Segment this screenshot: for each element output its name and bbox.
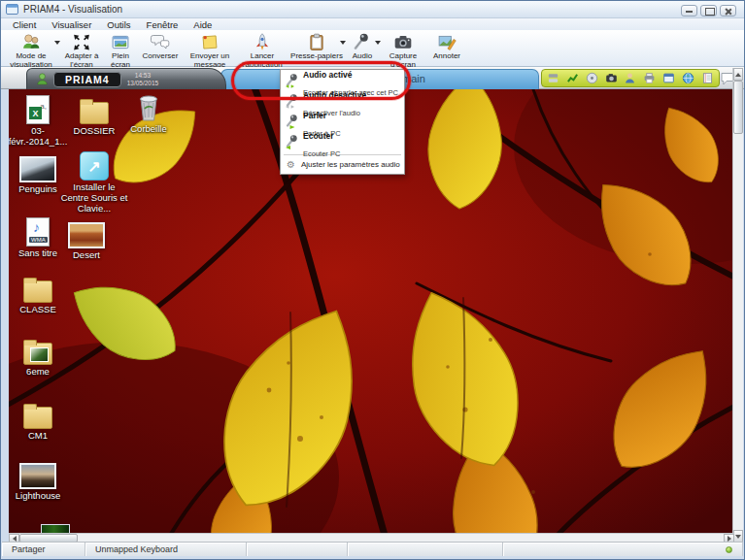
menu-aide[interactable]: Aide: [186, 19, 220, 30]
user-icon[interactable]: [624, 72, 637, 85]
banner-text: main: [402, 73, 425, 84]
audio-button[interactable]: Audio: [345, 31, 380, 61]
user-icon: [37, 73, 48, 85]
notes-icon[interactable]: [700, 72, 714, 85]
globe-icon[interactable]: [681, 72, 694, 85]
minimize-button[interactable]: [681, 5, 697, 16]
app-window: PRIAM4 - Visualisation Client Visualiser…: [0, 0, 745, 560]
recycle-bin-icon: [137, 91, 160, 122]
launch-app-icon: [252, 32, 273, 52]
vertical-scrollbar[interactable]: [732, 68, 743, 543]
microphone-duplex-icon: [285, 73, 299, 89]
vertical-scroll-thumb[interactable]: [733, 81, 743, 134]
desktop-icon-lighthouse[interactable]: Lighthouse: [9, 456, 69, 502]
status-keyboard: Unmapped Keyboard: [85, 543, 247, 556]
fullscreen-icon: [110, 32, 131, 52]
fit-screen-button[interactable]: Adapter à l'écran: [59, 31, 104, 70]
status-partager: Partager: [2, 543, 85, 556]
toolbar-label: Presse-papiers: [290, 52, 343, 61]
excel-file-icon: a,X: [26, 95, 50, 124]
view-mode-button[interactable]: Mode de visualisation: [3, 31, 59, 70]
wma-file-icon: ♪WMA: [26, 217, 50, 247]
folder-icon: [80, 102, 109, 124]
folder-icon: [23, 343, 52, 365]
desktop-icon-desert[interactable]: Desert: [55, 215, 118, 261]
microphone-talk-icon: [285, 114, 299, 130]
fullscreen-button[interactable]: Plein écran: [104, 31, 137, 70]
screenshot-icon: [392, 32, 414, 52]
chat-icon: [150, 32, 172, 52]
desktop-icon-classe[interactable]: CLASSE: [9, 270, 69, 315]
menu-client[interactable]: Client: [5, 19, 44, 30]
client-tab[interactable]: PRIAM4 14:53 13/05/2015: [26, 68, 226, 89]
desktop-icon-cm1[interactable]: CM1: [9, 396, 69, 442]
clipboard-button[interactable]: Presse-papiers: [288, 31, 345, 61]
send-message-icon: [199, 32, 220, 52]
menu-item-audio-settings[interactable]: ⚙ Ajuster les paramètres audio: [282, 157, 403, 173]
viewer-mode-icon: [19, 32, 43, 52]
penguins-photo-icon: [19, 156, 56, 182]
session-date: 13/05/2015: [127, 80, 159, 86]
status-cell: [247, 543, 348, 556]
desktop-icon-corbeille[interactable]: Corbeille: [118, 89, 180, 135]
status-cell: [348, 543, 503, 556]
desktop-icon-partial[interactable]: [24, 524, 86, 533]
session-timestamp: 14:53 13/05/2015: [127, 72, 159, 86]
microphone-icon: [352, 32, 373, 52]
toolbar-label: Converser: [143, 52, 179, 61]
client-name-badge: PRIAM4: [53, 72, 121, 87]
desktop-icon-dossier[interactable]: DOSSIER: [63, 91, 125, 137]
folder-icon: [23, 280, 52, 303]
menu-separator: [284, 154, 401, 155]
connection-status-dot: [726, 546, 732, 553]
status-cell: [503, 543, 743, 556]
scroll-up-button[interactable]: [733, 68, 743, 81]
desktop-icon-6eme[interactable]: 6eme: [9, 332, 69, 378]
desktop-icon-installer[interactable]: ↗ Installer le Centre Souris et Clavie..…: [59, 148, 129, 214]
installer-icon: ↗: [80, 151, 109, 181]
lighthouse-photo-icon: [19, 463, 56, 489]
gear-icon: ⚙: [287, 160, 295, 170]
clipboard-icon: [306, 32, 327, 52]
menu-bar: Client Visualiser Outils Fenêtre Aide: [1, 18, 744, 30]
title-bar: PRIAM4 - Visualisation: [1, 1, 744, 18]
menu-fenetre[interactable]: Fenêtre: [139, 19, 186, 30]
session-time: 14:53: [135, 72, 151, 79]
quick-actions-toolbar: [541, 69, 720, 87]
printer-icon[interactable]: [643, 72, 657, 85]
partial-photo-icon: [41, 524, 70, 533]
app-icon: [6, 4, 18, 15]
status-bar: Partager Unmapped Keyboard: [2, 542, 743, 556]
toolbar: Mode de visualisation Adapter à l'écran: [1, 30, 744, 67]
toolbar-label: Audio: [353, 52, 372, 61]
menu-visualiser[interactable]: Visualiser: [44, 19, 99, 30]
chart-icon[interactable]: [566, 72, 580, 85]
disc-icon[interactable]: [585, 72, 598, 85]
send-message-button[interactable]: Envoyer un message: [184, 31, 236, 70]
audio-dropdown-menu: Audio activé Ecouter et parler avec cet …: [280, 69, 405, 175]
menu-outils[interactable]: Outils: [99, 19, 138, 30]
window-icon[interactable]: [661, 72, 675, 85]
close-button[interactable]: [720, 5, 736, 16]
maximize-button[interactable]: [700, 5, 717, 16]
microphone-listen-icon: [285, 134, 299, 150]
camera-icon[interactable]: [604, 72, 618, 85]
toolbar-label: Annoter: [433, 52, 460, 61]
chat-button[interactable]: Converser: [137, 31, 184, 61]
folder-icon: [23, 407, 52, 429]
microphone-disabled-icon: [285, 93, 299, 110]
panel-toggle-icon[interactable]: [547, 72, 560, 85]
annotate-button[interactable]: Annoter: [426, 31, 467, 61]
menu-item-ecouter[interactable]: Ecouter Ecouter PC: [282, 132, 403, 152]
launch-app-button[interactable]: Lancer l'application: [236, 31, 288, 70]
annotate-icon: [436, 32, 457, 52]
desert-photo-icon: [68, 222, 105, 248]
fit-screen-icon: [71, 32, 92, 52]
window-title: PRIAM4 - Visualisation: [23, 4, 122, 15]
desktop-icon-excel-file[interactable]: a,X 03-févr.-2014_1...: [9, 91, 69, 148]
